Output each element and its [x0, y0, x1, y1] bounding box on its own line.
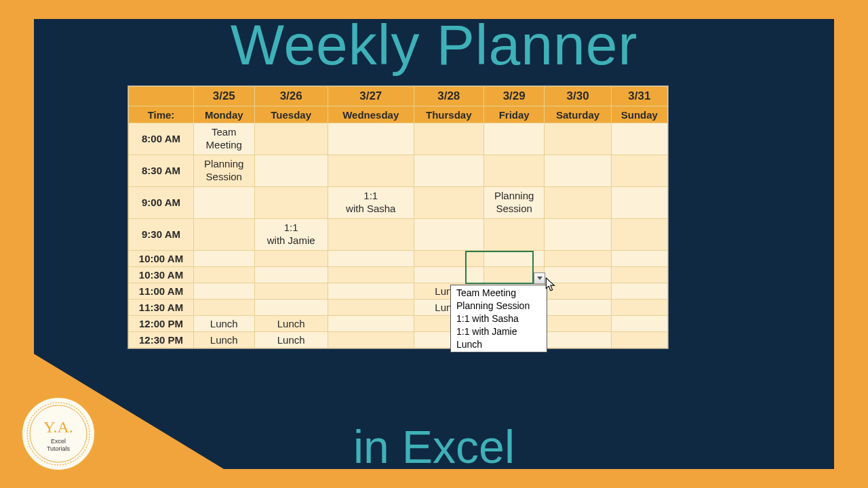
- planner-cell[interactable]: [414, 219, 484, 251]
- table-row: 9:00 AM1:1with SashaPlanningSession: [129, 187, 668, 219]
- planner-cell[interactable]: 1:1with Sasha: [328, 187, 414, 219]
- dropdown-option[interactable]: Lunch: [451, 338, 547, 351]
- planner-cell[interactable]: [328, 123, 414, 155]
- date-3: 3/28: [414, 87, 484, 106]
- table-row: 12:00 PMLunchLunchLunch: [129, 316, 668, 332]
- planner-cell[interactable]: [611, 123, 667, 155]
- planner-cell[interactable]: [611, 219, 667, 251]
- logo-sub1: Excel: [51, 438, 66, 445]
- dropdown-option[interactable]: 1:1 with Sasha: [451, 312, 547, 325]
- planner-cell[interactable]: [611, 283, 667, 300]
- table-row: 8:30 AMPlanningSession: [129, 155, 668, 187]
- validation-dropdown-list[interactable]: Team Meeting Planning Session 1:1 with S…: [450, 285, 547, 352]
- time-cell: 10:00 AM: [129, 251, 194, 267]
- planner-cell[interactable]: [484, 155, 545, 187]
- planner-cell[interactable]: [611, 300, 667, 316]
- table-row: 11:30 AMLunch: [129, 300, 668, 316]
- planner-cell[interactable]: [611, 267, 667, 283]
- planner-cell[interactable]: [194, 251, 255, 267]
- date-2: 3/27: [328, 87, 414, 106]
- planner-cell[interactable]: [254, 123, 328, 155]
- header-blank: [129, 87, 194, 106]
- time-cell: 12:30 PM: [129, 332, 194, 348]
- planner-cell[interactable]: [328, 332, 414, 348]
- date-0: 3/25: [194, 87, 255, 106]
- planner-cell[interactable]: [414, 267, 484, 283]
- header-days-row: Time: Monday Tuesday Wednesday Thursday …: [129, 106, 668, 123]
- date-4: 3/29: [484, 87, 545, 106]
- planner-cell[interactable]: [545, 155, 611, 187]
- dropdown-option[interactable]: Team Meeting: [451, 287, 547, 300]
- planner-spreadsheet: 3/25 3/26 3/27 3/28 3/29 3/30 3/31 Time:…: [127, 85, 669, 349]
- day-6: Sunday: [611, 106, 667, 123]
- planner-cell[interactable]: [545, 187, 611, 219]
- thumbnail-frame: Weekly Planner 3/25 3/26 3/27 3/28 3/29 …: [34, 19, 834, 469]
- day-3: Thursday: [414, 106, 484, 123]
- planner-cell[interactable]: [545, 123, 611, 155]
- planner-cell[interactable]: 1:1with Jamie: [254, 219, 328, 251]
- planner-cell[interactable]: [545, 219, 611, 251]
- planner-cell[interactable]: Lunch: [194, 332, 255, 348]
- planner-cell[interactable]: [194, 283, 255, 300]
- planner-cell[interactable]: [254, 187, 328, 219]
- planner-cell[interactable]: [611, 187, 667, 219]
- date-1: 3/26: [254, 87, 328, 106]
- dropdown-option[interactable]: 1:1 with Jamie: [451, 325, 547, 338]
- planner-cell[interactable]: PlanningSession: [194, 155, 255, 187]
- planner-cell[interactable]: PlanningSession: [484, 187, 545, 219]
- planner-cell[interactable]: Lunch: [194, 316, 255, 332]
- planner-cell[interactable]: [254, 155, 328, 187]
- table-row: 11:00 AMLunch: [129, 283, 668, 300]
- planner-cell[interactable]: [484, 251, 545, 267]
- planner-cell[interactable]: [545, 316, 611, 332]
- planner-cell[interactable]: [328, 251, 414, 267]
- planner-cell[interactable]: [194, 300, 255, 316]
- planner-cell[interactable]: [545, 332, 611, 348]
- planner-cell[interactable]: [194, 187, 255, 219]
- planner-cell[interactable]: [545, 251, 611, 267]
- planner-cell[interactable]: [254, 267, 328, 283]
- planner-cell[interactable]: Lunch: [254, 332, 328, 348]
- planner-cell[interactable]: [328, 219, 414, 251]
- logo-initials: Y.A.: [43, 418, 73, 436]
- planner-cell[interactable]: [328, 155, 414, 187]
- planner-cell[interactable]: [611, 155, 667, 187]
- planner-cell[interactable]: [414, 155, 484, 187]
- time-cell: 12:00 PM: [129, 316, 194, 332]
- planner-cell[interactable]: [611, 332, 667, 348]
- planner-cell[interactable]: [414, 251, 484, 267]
- planner-cell[interactable]: TeamMeeting: [194, 123, 255, 155]
- day-1: Tuesday: [254, 106, 328, 123]
- planner-cell[interactable]: [484, 219, 545, 251]
- planner-cell[interactable]: [611, 316, 667, 332]
- planner-cell[interactable]: [328, 300, 414, 316]
- planner-cell[interactable]: [545, 300, 611, 316]
- planner-cell[interactable]: [414, 187, 484, 219]
- validation-dropdown-button[interactable]: [534, 272, 545, 284]
- header-dates-row: 3/25 3/26 3/27 3/28 3/29 3/30 3/31: [129, 87, 668, 106]
- planner-cell[interactable]: [254, 300, 328, 316]
- title-top: Weekly Planner: [34, 19, 834, 78]
- table-row: 8:00 AMTeamMeeting: [129, 123, 668, 155]
- planner-cell[interactable]: [611, 251, 667, 267]
- planner-cell[interactable]: [328, 283, 414, 300]
- time-cell: 9:30 AM: [129, 219, 194, 251]
- date-6: 3/31: [611, 87, 667, 106]
- time-cell: 11:00 AM: [129, 283, 194, 300]
- planner-cell[interactable]: [194, 267, 255, 283]
- planner-cell[interactable]: [414, 123, 484, 155]
- planner-cell[interactable]: [254, 283, 328, 300]
- day-0: Monday: [194, 106, 255, 123]
- logo-sub2: Tutorials: [47, 445, 71, 452]
- planner-cell[interactable]: [254, 251, 328, 267]
- planner-cell[interactable]: [328, 316, 414, 332]
- planner-cell[interactable]: [194, 219, 255, 251]
- planner-cell[interactable]: [328, 267, 414, 283]
- day-4: Friday: [484, 106, 545, 123]
- day-5: Saturday: [545, 106, 611, 123]
- dropdown-option[interactable]: Planning Session: [451, 300, 547, 312]
- planner-cell[interactable]: [484, 123, 545, 155]
- planner-cell[interactable]: Lunch: [254, 316, 328, 332]
- table-row: 10:00 AM: [129, 251, 668, 267]
- table-row: 10:30 AM: [129, 267, 668, 283]
